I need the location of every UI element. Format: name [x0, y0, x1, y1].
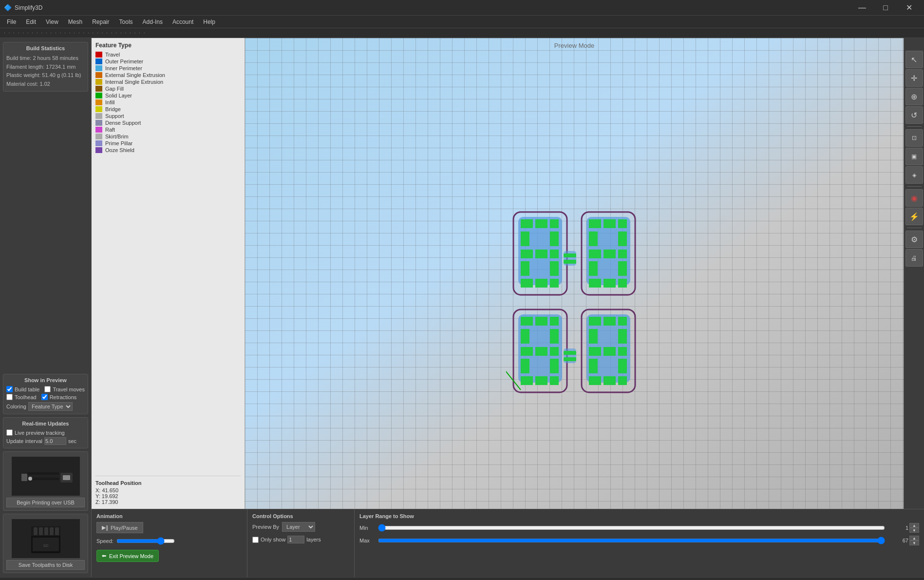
- menu-view[interactable]: View: [41, 18, 63, 26]
- toolhead-x: X: 41.650: [95, 487, 241, 493]
- svg-rect-75: [618, 376, 627, 385]
- bottom-panel: Animation ▶‖ Play/Pause Speed: ⬅ Exit Pr…: [92, 509, 924, 577]
- solid-layer-color: [95, 93, 102, 98]
- build-statistics-section: Build Statistics Build time: 2 hours 58 …: [3, 42, 88, 92]
- build-table-checkbox[interactable]: [6, 386, 13, 392]
- svg-rect-58: [521, 376, 533, 385]
- coloring-select[interactable]: Feature Type Speed Temperature: [28, 402, 73, 411]
- menu-file[interactable]: File: [2, 18, 21, 26]
- svg-rect-35: [618, 219, 627, 228]
- usb-print-button[interactable]: Begin Printing over USB: [6, 498, 85, 507]
- svg-rect-40: [618, 250, 627, 258]
- play-pause-button[interactable]: ▶‖ Play/Pause: [96, 522, 143, 533]
- min-spin-up[interactable]: ▲: [909, 523, 919, 528]
- only-show-checkbox[interactable]: [252, 537, 259, 543]
- svg-rect-72: [618, 359, 627, 373]
- svg-rect-73: [589, 376, 601, 385]
- max-slider[interactable]: [378, 537, 885, 544]
- gap-fill-label: Gap Fill: [105, 86, 124, 92]
- menu-repair[interactable]: Repair: [87, 18, 114, 26]
- exit-icon: ⬅: [102, 553, 106, 559]
- minimize-button[interactable]: —: [851, 0, 873, 16]
- min-spin-down[interactable]: ▼: [909, 528, 919, 533]
- svg-rect-66: [589, 329, 598, 344]
- pointer-button[interactable]: ↖: [905, 51, 923, 68]
- build-table-label: Build table: [15, 387, 39, 392]
- zoom-button[interactable]: ⊕: [905, 88, 923, 105]
- external-single-color: [95, 72, 102, 78]
- svg-rect-50: [550, 317, 559, 326]
- live-preview-checkbox[interactable]: [6, 429, 13, 436]
- svg-rect-24: [535, 250, 547, 258]
- menu-tools[interactable]: Tools: [114, 18, 138, 26]
- main-area: Build Statistics Build time: 2 hours 58 …: [0, 38, 924, 577]
- solid-layer-label: Solid Layer: [105, 93, 132, 98]
- viewport[interactable]: Preview Mode: [245, 38, 904, 509]
- feature-support: Support: [95, 113, 241, 119]
- toolbar-sep-3: [907, 228, 922, 228]
- maximize-button[interactable]: □: [874, 0, 897, 16]
- feature-ooze-shield: Ooze Shield: [95, 147, 241, 153]
- svg-rect-64: [603, 317, 616, 326]
- left-panel: Build Statistics Build time: 2 hours 58 …: [0, 38, 92, 577]
- svg-rect-33: [589, 219, 601, 228]
- svg-rect-52: [550, 329, 559, 344]
- min-value-group: 1 ▲ ▼: [889, 523, 919, 533]
- svg-rect-63: [589, 317, 601, 326]
- bottom-middle-green-2: [564, 357, 576, 361]
- svg-rect-4: [27, 472, 59, 475]
- speed-slider[interactable]: [116, 537, 175, 545]
- digit-top-left: [513, 212, 567, 295]
- only-show-row: Only show layers: [252, 536, 349, 543]
- close-button[interactable]: ✕: [898, 0, 920, 16]
- menu-account[interactable]: Account: [168, 18, 198, 26]
- front-view-button[interactable]: ▣: [905, 148, 923, 165]
- max-spin-up[interactable]: ▲: [909, 536, 919, 541]
- feature-dense-support: Dense Support: [95, 120, 241, 126]
- toolhead-checkbox[interactable]: [6, 394, 13, 400]
- material-cost: Material cost: 1.02: [6, 80, 85, 89]
- feature-prime-pillar: Prime Pillar: [95, 140, 241, 146]
- usb-image: [12, 457, 80, 496]
- travel-moves-checkbox[interactable]: [44, 386, 51, 392]
- pan-button[interactable]: ✛: [905, 69, 923, 87]
- model-view-button[interactable]: ◉: [905, 189, 923, 207]
- fit-view-button[interactable]: ⊡: [905, 129, 923, 147]
- menu-edit[interactable]: Edit: [21, 18, 41, 26]
- svg-rect-20: [550, 219, 559, 228]
- raft-label: Raft: [105, 127, 115, 133]
- print-toolbar-button[interactable]: 🖨: [905, 249, 923, 267]
- svg-rect-74: [603, 376, 616, 385]
- preview-by-row: Preview By Layer Feature Speed: [252, 522, 349, 532]
- menu-addins[interactable]: Add-Ins: [138, 18, 168, 26]
- rotate-button[interactable]: ↺: [905, 106, 923, 124]
- update-interval-input[interactable]: [44, 437, 66, 445]
- svg-rect-23: [521, 250, 533, 258]
- retractions-checkbox[interactable]: [41, 394, 48, 400]
- svg-rect-36: [589, 232, 598, 246]
- menu-help[interactable]: Help: [198, 18, 220, 26]
- preview-by-select[interactable]: Layer Feature Speed: [282, 522, 315, 532]
- sd-save-button[interactable]: Save Toolpaths to Disk: [6, 560, 85, 570]
- slice-button[interactable]: ⚡: [905, 208, 923, 225]
- build-table-row: Build table Travel moves: [6, 386, 85, 392]
- only-show-input[interactable]: [287, 536, 304, 543]
- settings-button[interactable]: ⚙: [905, 231, 923, 248]
- svg-rect-39: [603, 250, 616, 258]
- svg-rect-49: [535, 317, 547, 326]
- max-spin-down[interactable]: ▼: [909, 541, 919, 545]
- feature-gap-fill: Gap Fill: [95, 86, 241, 92]
- min-slider[interactable]: [378, 524, 885, 532]
- bottom-controls: Animation ▶‖ Play/Pause Speed: ⬅ Exit Pr…: [92, 509, 924, 577]
- bridge-color: [95, 106, 102, 112]
- play-pause-label: Play/Pause: [111, 525, 138, 531]
- real-time-section: Real-time Updates Live preview tracking …: [3, 417, 88, 448]
- svg-rect-43: [589, 279, 601, 288]
- exit-preview-button[interactable]: ⬅ Exit Preview Mode: [96, 550, 159, 562]
- iso-view-button[interactable]: ◈: [905, 166, 923, 184]
- svg-rect-70: [618, 347, 627, 356]
- menu-mesh[interactable]: Mesh: [63, 18, 87, 26]
- feature-infill: Infill: [95, 99, 241, 105]
- internal-single-label: Internal Single Extrusion: [105, 79, 163, 85]
- svg-rect-22: [550, 232, 559, 246]
